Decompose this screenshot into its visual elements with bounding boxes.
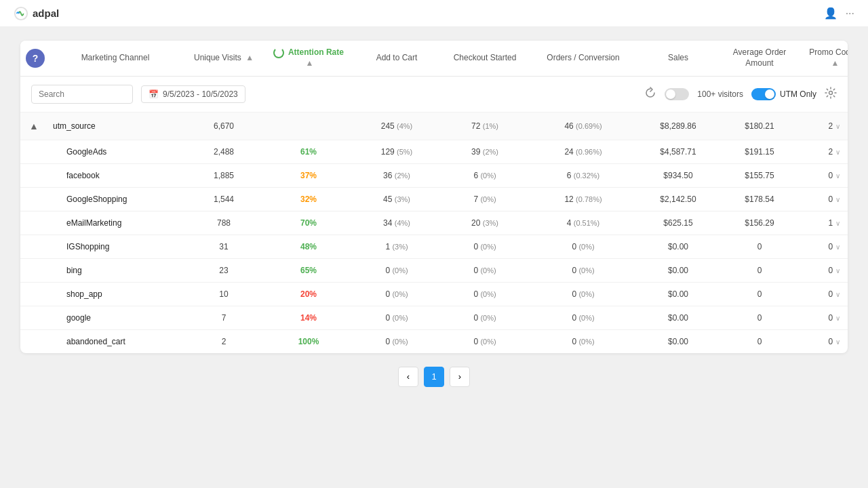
next-page-button[interactable]: ›	[450, 367, 470, 387]
expand-cell	[20, 216, 47, 230]
promo-chevron-icon[interactable]: ∨	[835, 172, 840, 180]
table-row: GoogleAds 2,488 61% 129 (5%) 39 (2%) 24 …	[20, 140, 848, 164]
channel-name: IGShopping	[47, 235, 183, 258]
table-row: GoogleShopping 1,544 32% 45 (3%) 7 (0%) …	[20, 188, 848, 211]
add-to-cart-pct: (3%)	[392, 243, 408, 251]
avg-order-cell: $180.21	[719, 115, 800, 138]
promo-chevron-icon[interactable]: ∨	[835, 148, 840, 156]
orders-pct: (0.96%)	[576, 148, 602, 156]
visits-cell: 7	[183, 306, 264, 329]
add-to-cart-pct: (5%)	[397, 148, 412, 156]
utm-toggle[interactable]	[751, 88, 776, 100]
visitors-toggle[interactable]	[665, 88, 689, 100]
user-icon[interactable]: 👤	[824, 7, 837, 20]
expand-cell	[20, 264, 47, 277]
orders-pct: (0%)	[578, 314, 594, 322]
channel-name: shop_app	[47, 283, 183, 306]
checkout-pct: (2%)	[483, 148, 498, 156]
promo-cell: 1 ∨	[800, 211, 848, 235]
promo-chevron-icon[interactable]: ∨	[835, 196, 840, 203]
promo-cell: 0 ∨	[800, 259, 848, 282]
attention-cell	[264, 119, 353, 133]
attention-header-container: Attention Rate ▲	[270, 47, 347, 69]
orders-cell: 46 (0.69%)	[529, 115, 637, 138]
add-to-cart-pct: (0%)	[392, 314, 408, 322]
date-range-value: 9/5/2023 - 10/5/2023	[163, 89, 238, 99]
help-button[interactable]: ?	[26, 49, 45, 68]
add-to-cart-pct: (2%)	[395, 171, 410, 180]
th-avg-order: Average Order Amount	[719, 41, 800, 75]
promo-chevron-icon[interactable]: ∨	[835, 267, 840, 274]
expand-cell	[20, 335, 47, 348]
visitors-toggle-thumb	[666, 89, 675, 99]
attention-value: 61%	[300, 147, 317, 157]
table-row: ▲ utm_source 6,670 245 (4%) 72 (1%) 46 (…	[20, 113, 848, 140]
pagination: ‹ 1 ›	[20, 353, 848, 401]
checkout-cell: 39 (2%)	[441, 140, 529, 163]
orders-pct: (0%)	[578, 266, 594, 274]
add-to-cart-cell: 129 (5%)	[353, 140, 441, 163]
avg-order-cell: 0	[719, 283, 800, 306]
expand-cell[interactable]: ▲	[20, 113, 47, 140]
th-sales: Sales	[637, 46, 719, 70]
avg-order-cell: 0	[719, 330, 800, 353]
table-row: abandoned_cart 2 100% 0 (0%) 0 (0%) 0 (0…	[20, 330, 848, 353]
page-1-button[interactable]: 1	[424, 367, 444, 387]
visits-cell: 31	[183, 235, 264, 258]
orders-pct: (0.32%)	[574, 171, 600, 180]
expand-cell	[20, 287, 47, 301]
sales-cell: $0.00	[637, 306, 719, 329]
add-to-cart-cell: 0 (0%)	[353, 306, 441, 329]
th-channel: Marketing Channel	[47, 46, 183, 70]
promo-cell: 2 ∨	[800, 140, 848, 163]
promo-chevron-icon[interactable]: ∨	[835, 123, 840, 130]
checkout-cell: 0 (0%)	[441, 235, 529, 258]
add-to-cart-cell: 0 (0%)	[353, 283, 441, 306]
settings-icon	[825, 87, 837, 99]
visits-cell: 1,544	[183, 188, 264, 211]
add-to-cart-pct: (4%)	[397, 122, 412, 130]
attention-cell: 14%	[264, 306, 353, 329]
settings-button[interactable]	[825, 87, 837, 102]
sales-cell: $4,587.71	[637, 140, 719, 163]
visits-cell: 23	[183, 259, 264, 282]
orders-pct: (0%)	[578, 290, 594, 298]
attention-cell: 100%	[264, 330, 353, 353]
promo-chevron-icon[interactable]: ∨	[835, 220, 840, 227]
attention-cell: 48%	[264, 235, 353, 258]
visits-sort-icon: ▲	[245, 53, 254, 64]
sales-cell: $625.15	[637, 211, 719, 235]
channel-name: abandoned_cart	[47, 330, 183, 353]
add-to-cart-pct: (0%)	[392, 266, 408, 274]
prev-page-button[interactable]: ‹	[398, 367, 418, 387]
add-to-cart-cell: 0 (0%)	[353, 259, 441, 282]
promo-chevron-icon[interactable]: ∨	[835, 243, 840, 251]
expand-cell	[20, 240, 47, 253]
orders-cell: 0 (0%)	[529, 283, 637, 306]
table-header: ? Marketing Channel Unique Visits ▲ Atte…	[20, 41, 848, 77]
expand-button[interactable]: ▲	[28, 119, 40, 133]
table-row: shop_app 10 20% 0 (0%) 0 (0%) 0 (0%) $0.…	[20, 283, 848, 306]
utm-toggle-thumb	[765, 89, 774, 99]
more-icon[interactable]: ···	[846, 7, 854, 20]
promo-chevron-icon[interactable]: ∨	[835, 291, 840, 298]
logo: adpal	[14, 6, 59, 21]
channel-name: eMailMarketing	[47, 211, 183, 235]
checkout-pct: (0%)	[480, 338, 496, 346]
promo-sort-icon: ▲	[831, 58, 840, 69]
attention-value: 20%	[300, 289, 317, 299]
date-range-picker[interactable]: 📅 9/5/2023 - 10/5/2023	[141, 85, 245, 103]
promo-chevron-icon[interactable]: ∨	[835, 338, 840, 346]
toolbar-right: 100+ visitors UTM Only	[644, 87, 837, 102]
search-input[interactable]	[31, 85, 133, 104]
channel-name: utm_source	[47, 115, 183, 138]
add-to-cart-pct: (0%)	[392, 290, 408, 298]
promo-chevron-icon[interactable]: ∨	[835, 314, 840, 322]
visits-cell: 6,670	[183, 115, 264, 138]
th-help: ?	[20, 42, 47, 75]
add-to-cart-cell: 1 (3%)	[353, 235, 441, 258]
add-to-cart-cell: 0 (0%)	[353, 330, 441, 353]
refresh-button[interactable]	[644, 87, 656, 102]
add-to-cart-cell: 36 (2%)	[353, 164, 441, 187]
add-to-cart-cell: 245 (4%)	[353, 115, 441, 138]
